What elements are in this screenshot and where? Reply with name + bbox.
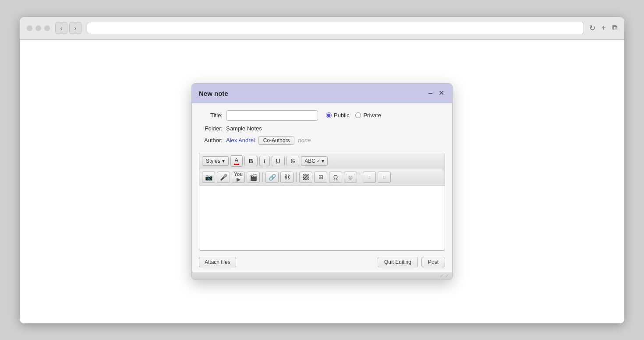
- link-button[interactable]: 🔗: [265, 172, 279, 183]
- attach-files-button[interactable]: Attach files: [199, 257, 236, 267]
- folder-value: Sample Notes: [226, 125, 262, 132]
- new-tab-icon[interactable]: +: [602, 24, 606, 32]
- strikethrough-button[interactable]: S: [287, 156, 299, 166]
- styles-label: Styles: [206, 158, 220, 164]
- emoji-icon: ☺: [347, 174, 354, 181]
- dialog-body: Title: Public Private: [192, 103, 452, 153]
- font-color-letter: A: [235, 157, 238, 163]
- dialog-footer: Attach files Quit Editing Post: [192, 254, 452, 272]
- editor-area: Styles ▾ A B I U S ABC ✓ ▾: [199, 153, 445, 251]
- mic-button[interactable]: 🎤: [217, 172, 230, 183]
- ordered-list-icon: ≡: [368, 174, 371, 180]
- public-radio[interactable]: [326, 112, 332, 118]
- reload-icon[interactable]: ↻: [589, 24, 595, 33]
- browser-toolbar: ‹ › ↻ + ⧉: [20, 17, 624, 40]
- co-authors-button[interactable]: Co-Authors: [258, 136, 295, 145]
- video-button[interactable]: 🎬: [247, 172, 260, 183]
- visibility-radio-group: Public Private: [326, 112, 381, 119]
- image-icon: 🖼: [303, 174, 309, 181]
- youtube-button[interactable]: You▶: [232, 172, 245, 183]
- emoji-button[interactable]: ☺: [344, 172, 357, 183]
- camera-icon: 📷: [205, 174, 212, 181]
- spellcheck-label: ABC: [304, 158, 315, 164]
- spellcheck-check-icon: ✓: [317, 158, 320, 163]
- traffic-lights: [27, 25, 50, 31]
- quit-editing-button[interactable]: Quit Editing: [378, 257, 418, 267]
- address-bar[interactable]: [87, 22, 584, 34]
- table-button[interactable]: ⊞: [314, 172, 327, 183]
- bold-button[interactable]: B: [244, 156, 258, 166]
- footer-right: Quit Editing Post: [378, 257, 445, 267]
- styles-dropdown[interactable]: Styles ▾: [202, 156, 229, 166]
- traffic-light-fullscreen[interactable]: [44, 25, 50, 31]
- dialog-title: New note: [199, 90, 228, 97]
- dialog-controls: – ✕: [428, 90, 445, 97]
- title-label: Title:: [199, 112, 223, 119]
- public-option[interactable]: Public: [326, 112, 349, 119]
- close-button[interactable]: ✕: [438, 90, 445, 97]
- new-note-dialog: New note – ✕ Title: Public: [191, 83, 453, 280]
- mic-icon: 🎤: [220, 174, 227, 181]
- editor-toolbar-row2: 📷 🎤 You▶ 🎬 🔗: [199, 169, 445, 186]
- dialog-resize-bar[interactable]: ⟋⟋: [192, 272, 452, 280]
- folder-label: Folder:: [199, 125, 223, 132]
- coauthors-value: none: [298, 137, 311, 144]
- resize-handle-icon: ⟋⟋: [439, 273, 449, 279]
- author-label: Author:: [199, 137, 223, 144]
- dropdown-arrow2: ▾: [322, 158, 324, 164]
- editor-toolbar-row1: Styles ▾ A B I U S ABC ✓ ▾: [199, 153, 445, 169]
- private-label: Private: [363, 112, 381, 119]
- italic-button[interactable]: I: [259, 156, 270, 166]
- nav-buttons: ‹ ›: [55, 22, 81, 34]
- dialog-header: New note – ✕: [192, 84, 452, 103]
- image-button[interactable]: 🖼: [299, 172, 312, 183]
- browser-window: ‹ › ↻ + ⧉ New note – ✕ Title:: [20, 17, 624, 323]
- dropdown-arrow: ▾: [222, 158, 225, 164]
- browser-content: New note – ✕ Title: Public: [20, 40, 624, 323]
- font-color-underline: [234, 164, 239, 165]
- video-icon: 🎬: [250, 174, 257, 181]
- forward-button[interactable]: ›: [69, 22, 81, 34]
- toolbar-separator3: [360, 172, 360, 182]
- toolbar-separator1: [262, 172, 263, 182]
- camera-button[interactable]: 📷: [202, 172, 215, 183]
- title-row: Title: Public Private: [199, 110, 445, 121]
- private-radio[interactable]: [355, 112, 361, 118]
- browser-toolbar-right: ↻ + ⧉: [589, 24, 617, 33]
- unlink-button[interactable]: ⛓: [280, 172, 294, 183]
- table-icon: ⊞: [318, 174, 323, 180]
- duplicate-icon[interactable]: ⧉: [612, 24, 617, 32]
- traffic-light-minimize[interactable]: [35, 25, 41, 31]
- folder-row: Folder: Sample Notes: [199, 125, 445, 132]
- toolbar-separator2: [296, 172, 297, 182]
- unordered-list-button[interactable]: ≡: [378, 172, 391, 183]
- public-label: Public: [334, 112, 349, 119]
- minimize-button[interactable]: –: [428, 90, 433, 97]
- ordered-list-button[interactable]: ≡: [363, 172, 376, 183]
- private-option[interactable]: Private: [355, 112, 381, 119]
- underline-button[interactable]: U: [272, 156, 285, 166]
- author-value: Alex Andrei: [226, 137, 255, 144]
- youtube-icon: You▶: [234, 172, 243, 182]
- post-button[interactable]: Post: [421, 257, 445, 267]
- font-color-button[interactable]: A: [230, 155, 243, 167]
- omega-button[interactable]: Ω: [329, 172, 342, 183]
- back-button[interactable]: ‹: [55, 22, 67, 34]
- link-icon: 🔗: [269, 174, 276, 181]
- editor-content[interactable]: [199, 186, 445, 250]
- unlink-icon: ⛓: [284, 174, 290, 180]
- traffic-light-close[interactable]: [27, 25, 32, 31]
- spellcheck-button[interactable]: ABC ✓ ▾: [301, 156, 328, 166]
- author-row: Author: Alex Andrei Co-Authors none: [199, 136, 445, 145]
- title-input[interactable]: [226, 110, 318, 121]
- omega-icon: Ω: [333, 174, 338, 181]
- unordered-list-icon: ≡: [382, 174, 386, 180]
